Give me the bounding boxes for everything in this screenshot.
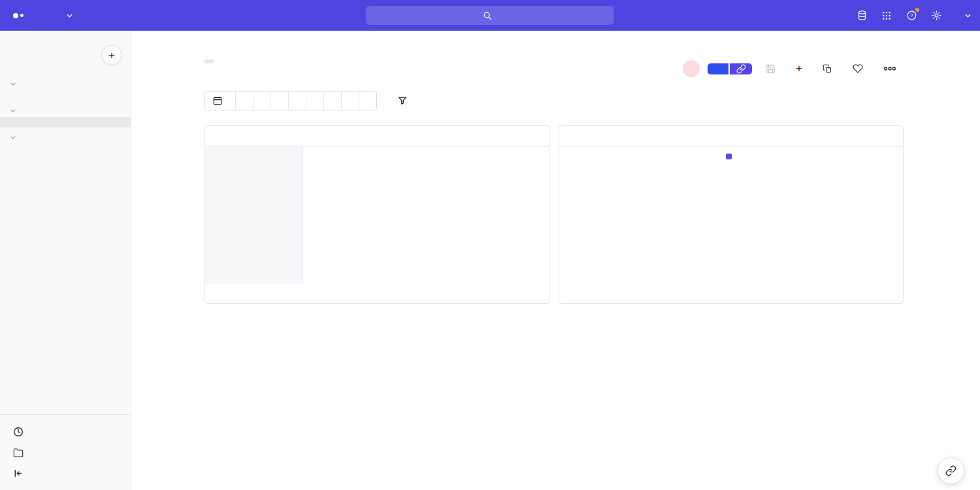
main-content: + bbox=[131, 31, 980, 490]
preset-30d[interactable] bbox=[288, 91, 306, 110]
chevron-down-icon bbox=[67, 14, 73, 18]
preset-6m[interactable] bbox=[323, 91, 341, 110]
chevron-down-icon bbox=[10, 109, 16, 112]
bar-label-column-background bbox=[205, 147, 303, 284]
sidebar-item-public-podcast-data[interactable] bbox=[0, 144, 131, 154]
page-title-block bbox=[204, 54, 214, 66]
sidebar-header: + bbox=[0, 31, 131, 76]
chevron-down-icon bbox=[10, 82, 16, 86]
sidebar-item-public-podcast-data[interactable] bbox=[0, 117, 131, 127]
logo-dot bbox=[20, 14, 24, 17]
save-icon bbox=[766, 64, 776, 74]
add-report-button[interactable]: + bbox=[789, 60, 814, 78]
collapse-sidebar[interactable] bbox=[0, 463, 131, 483]
line-chart-card bbox=[559, 125, 904, 304]
sidebar-footer bbox=[0, 414, 131, 490]
nav-reports[interactable] bbox=[54, 8, 82, 23]
app-logo[interactable] bbox=[7, 5, 30, 27]
favorite-button[interactable] bbox=[845, 59, 875, 78]
chevron-down-icon bbox=[965, 14, 971, 18]
date-range-button[interactable] bbox=[205, 91, 235, 110]
filter-icon bbox=[398, 96, 407, 105]
calendar-icon bbox=[213, 96, 222, 105]
apps-grid-icon[interactable] bbox=[875, 5, 898, 27]
sidebar: + bbox=[0, 31, 131, 490]
visibility-badge bbox=[204, 59, 214, 63]
link-icon bbox=[945, 465, 956, 476]
bar-chart-card bbox=[204, 125, 549, 304]
preset-12m[interactable] bbox=[341, 91, 359, 110]
nav-dashboards[interactable] bbox=[35, 10, 54, 21]
svg-text:?: ? bbox=[910, 12, 913, 18]
clock-icon bbox=[13, 427, 24, 437]
section-recently-viewed bbox=[0, 103, 131, 127]
chart-legend bbox=[569, 154, 893, 159]
gear-icon[interactable] bbox=[924, 5, 948, 27]
project-selector[interactable] bbox=[957, 14, 971, 18]
report-cards bbox=[204, 125, 904, 304]
most-viewed-dashboards[interactable] bbox=[0, 421, 131, 442]
duplicate-button[interactable] bbox=[815, 60, 844, 78]
save-button[interactable] bbox=[759, 60, 787, 78]
logo-dot bbox=[13, 13, 18, 18]
nav-users[interactable] bbox=[82, 10, 100, 21]
preset-3m[interactable] bbox=[306, 91, 323, 110]
section-favorites-header[interactable] bbox=[0, 76, 131, 90]
nav-left bbox=[7, 5, 100, 27]
filter-button[interactable] bbox=[394, 95, 416, 106]
bar-chart bbox=[205, 147, 549, 284]
top-navbar: ? bbox=[0, 0, 980, 31]
date-toolbar bbox=[204, 91, 904, 110]
preset-default[interactable] bbox=[359, 91, 376, 110]
nav-right: ? bbox=[850, 5, 971, 27]
more-options-button[interactable] bbox=[876, 61, 904, 76]
preset-7d[interactable] bbox=[270, 91, 288, 110]
add-dashboard-button[interactable]: + bbox=[102, 45, 122, 65]
search-icon bbox=[483, 11, 492, 20]
line-chart bbox=[569, 165, 892, 276]
page-actions: + bbox=[683, 59, 904, 78]
share-link-button[interactable] bbox=[730, 63, 752, 74]
card-header bbox=[205, 126, 549, 147]
share-split-button bbox=[708, 63, 752, 74]
preset-yesterday[interactable] bbox=[253, 91, 270, 110]
section-recently-viewed-header[interactable] bbox=[0, 103, 131, 117]
primary-nav bbox=[35, 8, 100, 23]
all-dashboards[interactable] bbox=[0, 442, 131, 463]
collapse-icon bbox=[13, 468, 23, 478]
page-header: + bbox=[204, 54, 904, 78]
heart-icon bbox=[853, 63, 863, 74]
notification-dot bbox=[915, 7, 920, 12]
line-chart-body bbox=[559, 147, 903, 279]
link-icon bbox=[736, 64, 746, 74]
preset-today[interactable] bbox=[235, 91, 253, 110]
copy-icon bbox=[823, 64, 832, 74]
legend-swatch bbox=[726, 154, 732, 159]
favorites-empty-hint bbox=[0, 90, 131, 101]
more-icon bbox=[883, 65, 896, 72]
chevron-down-icon bbox=[10, 136, 16, 139]
section-favorites bbox=[0, 76, 131, 101]
card-header bbox=[559, 126, 903, 147]
app-root: ? + bbox=[0, 0, 980, 490]
section-created-by-you-header[interactable] bbox=[0, 130, 131, 144]
help-icon[interactable]: ? bbox=[900, 5, 923, 27]
section-created-by-you bbox=[0, 130, 131, 154]
plus-icon: + bbox=[796, 63, 802, 74]
data-connections-icon[interactable] bbox=[850, 5, 874, 27]
search-input[interactable] bbox=[366, 6, 614, 25]
share-link-fab[interactable] bbox=[938, 457, 964, 484]
share-button[interactable] bbox=[708, 63, 728, 74]
date-range-control bbox=[204, 91, 377, 110]
folder-icon bbox=[13, 448, 24, 458]
avatar[interactable] bbox=[683, 60, 700, 77]
